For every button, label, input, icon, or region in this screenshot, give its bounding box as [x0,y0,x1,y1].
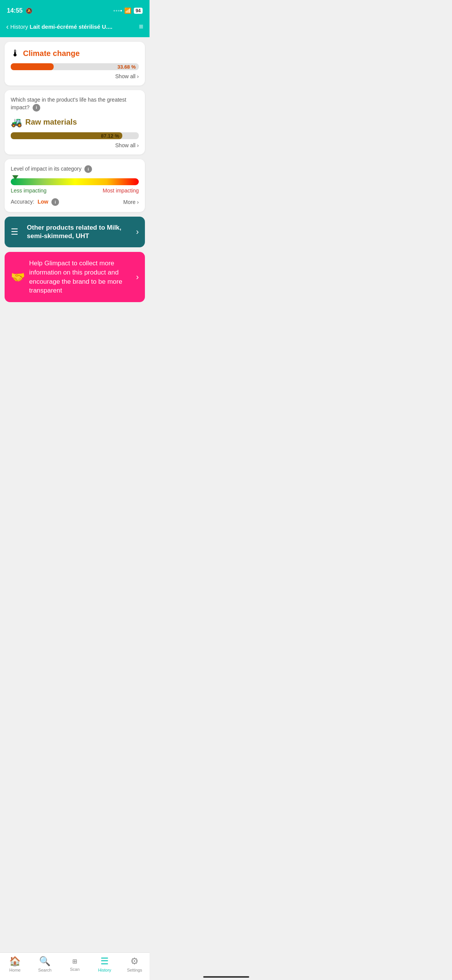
climate-percent: 33.68 % [117,64,136,70]
climate-progress-wrap: 33.68 % [11,63,139,70]
gradient-bar-wrap [11,178,139,185]
impact-indicator [12,175,18,180]
most-impacting-label: Most impacting [103,187,139,194]
climate-progress-fill [11,63,54,70]
status-icons: 📶 94 [113,7,143,14]
other-products-text: Other products related to Milk, semi-ski… [27,224,131,240]
raw-show-all[interactable]: Show all › [11,142,139,148]
raw-progress-bar-container: 87.12 % [11,132,139,139]
status-bar: 14:55 🔕 📶 94 [0,0,150,19]
nav-bar: ‹ History Lait demi-écrémé stérilisé U..… [0,19,150,37]
raw-materials-card: Which stage in the product's life has th… [5,90,145,155]
impact-labels: Less impacting Most impacting [11,187,139,194]
nav-product-title: Lait demi-écrémé stérilisé U.... [30,23,112,30]
climate-progress-bar-container: 33.68 % [11,63,139,70]
raw-percent: 87.12 % [101,133,119,138]
wifi-icon: 📶 [124,7,131,14]
nav-left: ‹ History Lait demi-écrémé stérilisé U..… [6,22,139,31]
thermometer-icon: 🌡 [11,48,20,59]
bell-icon: 🔕 [26,8,32,14]
climate-change-card: 🌡 Climate change 33.68 % Show all › [5,42,145,86]
chevron-right-icon: › [136,227,139,237]
battery-indicator: 94 [134,8,143,14]
accuracy-row: Accuracy: Low i More › [11,198,139,206]
less-impacting-label: Less impacting [11,187,46,194]
climate-title: Climate change [23,49,80,58]
signal-dots [113,10,122,12]
menu-button[interactable]: ≡ [139,22,143,31]
more-link[interactable]: More › [123,199,139,205]
level-title: Level of impact in its category i [11,165,139,173]
raw-header: 🚜 Raw materials [11,117,139,128]
status-time: 14:55 [7,7,23,14]
nav-history-label: History [10,23,28,30]
climate-header: 🌡 Climate change [11,48,139,59]
other-products-card[interactable]: ☰ Other products related to Milk, semi-s… [5,217,145,247]
help-left: 🤝 Help Glimpact to collect more informat… [11,259,131,295]
hand-icon: 🤝 [11,270,25,284]
which-stage-text: Which stage in the product's life has th… [11,96,139,112]
climate-show-all[interactable]: Show all › [11,73,139,79]
accuracy-text: Accuracy: Low i [11,198,59,206]
main-content: 🌡 Climate change 33.68 % Show all › Whic… [0,37,150,333]
raw-progress-wrap: 87.12 % [11,132,139,139]
back-button[interactable]: ‹ [6,22,9,31]
impact-level-card: Level of impact in its category i Less i… [5,159,145,212]
other-products-left: ☰ Other products related to Milk, semi-s… [11,224,131,240]
accuracy-value: Low [38,199,48,205]
info-icon-accuracy[interactable]: i [51,198,59,206]
raw-progress-fill: 87.12 % [11,132,122,139]
help-text: Help Glimpact to collect more informatio… [29,259,131,295]
raw-title: Raw materials [25,118,77,127]
info-icon-level[interactable]: i [84,165,92,173]
help-chevron-right-icon: › [136,272,139,282]
gradient-bar [11,178,139,185]
list-icon: ☰ [11,227,22,237]
info-icon-stage[interactable]: i [33,104,40,112]
truck-icon: 🚜 [11,117,22,128]
help-card[interactable]: 🤝 Help Glimpact to collect more informat… [5,252,145,302]
